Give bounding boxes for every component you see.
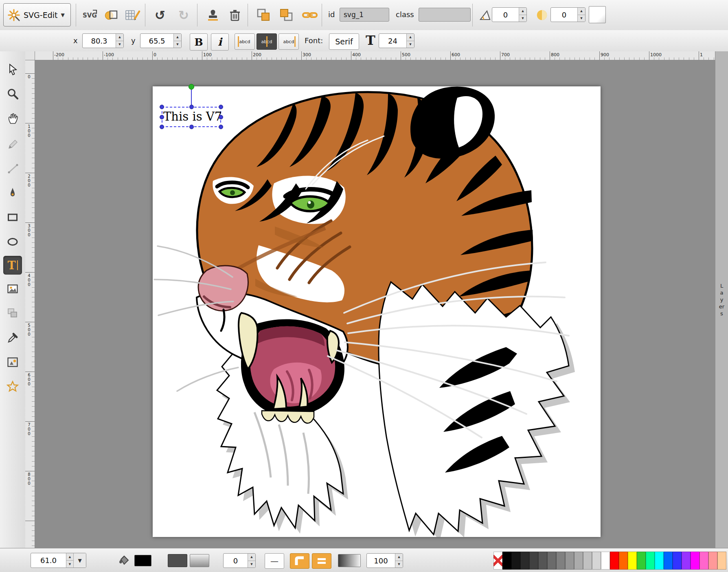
spin-down-icon[interactable]: ▼ xyxy=(407,41,414,48)
spin-up-icon[interactable]: ▲ xyxy=(174,34,181,41)
zoom-tool[interactable] xyxy=(3,85,22,103)
spin-down-icon[interactable]: ▼ xyxy=(248,561,255,568)
pan-tool[interactable] xyxy=(3,109,22,128)
palette-swatch[interactable] xyxy=(538,552,547,570)
palette-swatch[interactable] xyxy=(699,552,708,570)
palette-none-swatch[interactable] xyxy=(493,552,502,570)
spinner-arrows[interactable]: ▲ ▼ xyxy=(395,554,403,568)
y-spinner[interactable]: 65.5 ▲ ▼ xyxy=(140,33,182,48)
palette-swatch[interactable] xyxy=(502,552,511,570)
palette-swatch[interactable] xyxy=(637,552,646,570)
spinner-arrows[interactable]: ▲ ▼ xyxy=(406,34,414,48)
workspace[interactable]: This is V7 xyxy=(35,60,715,548)
clone-button[interactable] xyxy=(203,5,223,25)
drawing-canvas[interactable]: This is V7 xyxy=(153,86,601,537)
palette-swatch[interactable] xyxy=(610,552,619,570)
palette-swatch[interactable] xyxy=(574,552,583,570)
stroke-width-value[interactable]: 0 xyxy=(224,554,248,568)
shape-library-tool[interactable] xyxy=(3,353,22,372)
spinner-arrows[interactable]: ▲ ▼ xyxy=(66,553,73,568)
rect-tool[interactable] xyxy=(3,208,22,227)
palette-swatch[interactable] xyxy=(520,552,529,570)
palette-swatch[interactable] xyxy=(628,552,637,570)
source-editor-button[interactable]: SVG xyxy=(80,5,100,25)
x-spinner[interactable]: 80.3 ▲ ▼ xyxy=(82,33,124,48)
rotate-handle[interactable] xyxy=(189,84,194,90)
image-tool[interactable] xyxy=(3,279,22,298)
palette-swatch[interactable] xyxy=(592,552,601,570)
palette-swatch[interactable] xyxy=(511,552,520,570)
spin-up-icon[interactable]: ▲ xyxy=(395,554,403,561)
palette-swatch[interactable] xyxy=(601,552,610,570)
resize-handle-nw[interactable] xyxy=(160,105,164,109)
resize-handle-s[interactable] xyxy=(189,125,194,129)
spin-down-icon[interactable]: ▼ xyxy=(116,41,123,48)
spin-down-icon[interactable]: ▼ xyxy=(395,561,403,568)
layers-panel-toggle[interactable]: Layers xyxy=(715,51,728,548)
stroke-color-swatch[interactable] xyxy=(168,554,187,567)
resize-handle-sw[interactable] xyxy=(160,125,164,129)
angle-value[interactable]: 0 xyxy=(492,8,519,22)
spinner-arrows[interactable]: ▲ ▼ xyxy=(173,34,181,48)
move-to-bottom-button[interactable] xyxy=(253,5,274,25)
palette-swatch[interactable] xyxy=(691,552,699,570)
make-link-button[interactable] xyxy=(300,5,320,25)
palette-swatch[interactable] xyxy=(529,552,538,570)
linejoin-button[interactable] xyxy=(290,553,309,569)
ellipse-tool[interactable] xyxy=(3,232,22,251)
palette-swatch[interactable] xyxy=(717,552,726,570)
x-value[interactable]: 80.3 xyxy=(83,34,116,48)
opacity-gradient-swatch[interactable] xyxy=(338,554,361,567)
spin-up-icon[interactable]: ▲ xyxy=(248,554,255,561)
spin-down-icon[interactable]: ▼ xyxy=(174,41,181,48)
spinner-arrows[interactable]: ▲ ▼ xyxy=(116,34,123,48)
italic-button[interactable]: i xyxy=(211,33,229,51)
y-value[interactable]: 65.5 xyxy=(140,34,173,48)
spin-up-icon[interactable]: ▲ xyxy=(116,34,123,41)
text-anchor-end-button[interactable]: abcd xyxy=(278,33,299,50)
spin-down-icon[interactable]: ▼ xyxy=(519,15,526,22)
spinner-arrows[interactable]: ▲ ▼ xyxy=(248,554,255,568)
undo-button[interactable]: ↺ xyxy=(150,5,170,25)
delete-button[interactable] xyxy=(225,5,245,25)
element-id-input[interactable]: svg_1 xyxy=(340,8,389,22)
spin-down-icon[interactable]: ▼ xyxy=(578,15,585,22)
palette-swatch[interactable] xyxy=(619,552,628,570)
stroke-paint-swatch[interactable] xyxy=(190,554,209,567)
grid-snap-button[interactable] xyxy=(122,5,143,25)
palette-swatch[interactable] xyxy=(664,552,673,570)
palette-swatch[interactable] xyxy=(556,552,565,570)
select-tool[interactable] xyxy=(3,60,22,79)
resize-handle-w[interactable] xyxy=(160,115,164,119)
spinner-arrows[interactable]: ▲ ▼ xyxy=(519,8,526,22)
spin-up-icon[interactable]: ▲ xyxy=(66,553,73,561)
spinner-arrows[interactable]: ▲ ▼ xyxy=(577,8,585,22)
spin-up-icon[interactable]: ▲ xyxy=(519,8,526,15)
resize-handle-n[interactable] xyxy=(189,105,194,109)
star-tool[interactable] xyxy=(3,377,22,396)
font-size-value[interactable]: 24 xyxy=(379,34,406,48)
background-color-swatch[interactable] xyxy=(589,6,606,23)
selection-box[interactable]: This is V7 xyxy=(162,107,221,127)
pencil-tool[interactable] xyxy=(3,134,22,153)
spin-up-icon[interactable]: ▲ xyxy=(407,34,414,41)
palette-swatch[interactable] xyxy=(583,552,592,570)
text-anchor-start-button[interactable]: abcd xyxy=(235,33,255,50)
font-family-button[interactable]: Serif xyxy=(329,33,359,50)
text-tool[interactable]: T xyxy=(3,256,22,275)
stroke-width-spinner[interactable]: 0 ▲ ▼ xyxy=(223,553,256,568)
path-tool[interactable] xyxy=(3,183,22,202)
palette-swatch[interactable] xyxy=(673,552,682,570)
opacity-spinner[interactable]: 100 ▲ ▼ xyxy=(366,553,403,568)
angle-spinner[interactable]: 0 ▲ ▼ xyxy=(492,7,527,22)
blur-value[interactable]: 0 xyxy=(551,8,577,22)
blur-spinner[interactable]: 0 ▲ ▼ xyxy=(550,7,585,22)
redo-button[interactable]: ↻ xyxy=(173,5,194,25)
palette-swatch[interactable] xyxy=(646,552,655,570)
linecap-button[interactable] xyxy=(312,553,331,569)
element-class-input[interactable] xyxy=(419,8,471,22)
resize-handle-e[interactable] xyxy=(219,115,223,119)
font-size-spinner[interactable]: 24 ▲ ▼ xyxy=(379,33,414,48)
spin-down-icon[interactable]: ▼ xyxy=(66,561,73,568)
zoom-widget[interactable]: 61.0 ▲ ▼ ▼ xyxy=(31,553,86,568)
